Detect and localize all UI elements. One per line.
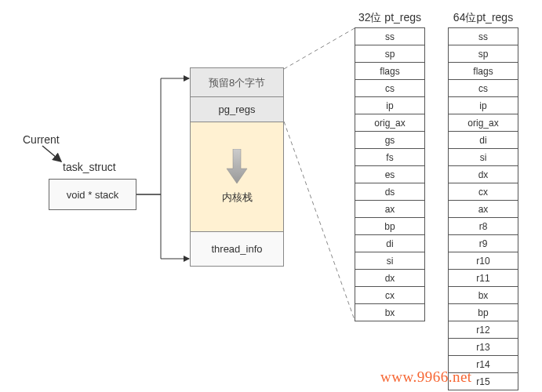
mid-reserve-label: 预留8个字节 [191,68,283,97]
reg-cell: es [355,166,424,183]
reg-cell: sp [449,45,518,63]
reg-cell: ip [449,97,518,114]
regs-table-64: ssspflagscsiporig_axdisidxcxaxr8r9r10r11… [448,27,518,390]
reg-cell: cs [355,80,424,97]
header-64bit: 64位pt_regs [448,11,518,25]
reg-cell: flags [449,63,518,80]
reg-cell: cx [355,287,424,304]
reg-cell: sp [355,45,424,63]
reg-cell: r8 [449,218,518,235]
reg-cell: di [355,235,424,252]
down-arrow-icon [224,149,250,184]
middle-diagram: 预留8个字节 pg_regs 内核栈 thread_info [190,67,284,267]
reg-cell: bx [355,304,424,321]
reg-cell: r9 [449,235,518,252]
reg-cell: orig_ax [355,114,424,132]
reg-cell: bx [449,287,518,304]
svg-line-0 [42,146,61,162]
reg-cell: fs [355,149,424,166]
reg-cell: ss [355,28,424,45]
reg-cell: gs [355,132,424,149]
reg-cell: dx [355,270,424,287]
reg-cell: ds [355,183,424,201]
reg-cell: orig_ax [449,114,518,132]
reg-cell: cx [449,183,518,201]
svg-line-1 [284,28,355,69]
reg-cell: si [355,252,424,270]
reg-cell: dx [449,166,518,183]
box-void-stack: void * stack [49,179,136,210]
reg-cell: di [449,132,518,149]
reg-cell: ax [355,201,424,218]
reg-cell: r13 [449,339,518,356]
regs-table-32: ssspflagscsiporig_axgsfsesdsaxbpdisidxcx… [355,27,425,321]
reg-cell: ip [355,97,424,114]
reg-cell: r12 [449,321,518,339]
mid-kernel-label: 内核栈 [222,191,253,205]
reg-cell: ax [449,201,518,218]
reg-cell: si [449,149,518,166]
watermark-text: www.9966.net [380,368,472,386]
reg-cell: bp [449,304,518,321]
reg-cell: ss [449,28,518,45]
reg-cell: r11 [449,270,518,287]
label-task-struct: task_struct [63,161,116,173]
reg-cell: r10 [449,252,518,270]
header-32bit: 32位 pt_regs [355,11,425,25]
mid-kernel-box: 内核栈 [191,122,283,232]
reg-cell: cs [449,80,518,97]
reg-cell: flags [355,63,424,80]
label-current: Current [23,133,60,146]
mid-thread-label: thread_info [191,232,283,266]
svg-line-2 [284,122,355,320]
mid-pgregs-label: pg_regs [191,97,283,122]
reg-cell: bp [355,218,424,235]
